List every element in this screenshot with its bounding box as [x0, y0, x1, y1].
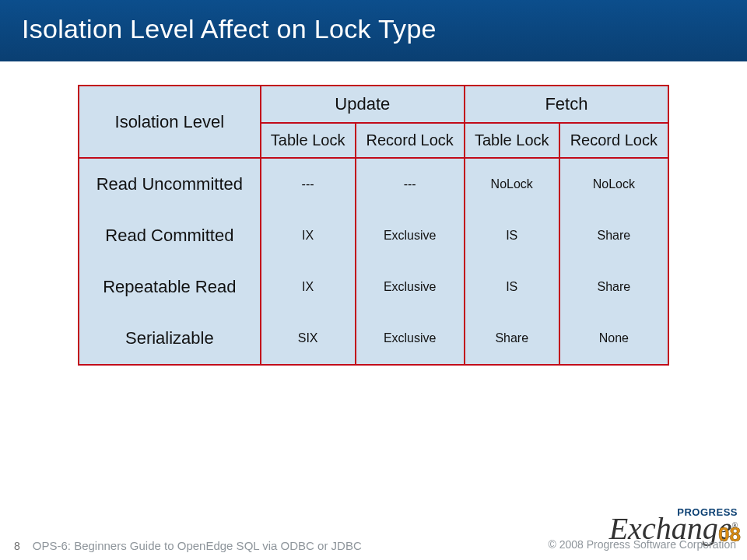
colgroup-fetch: Fetch: [465, 86, 668, 123]
page-number: 8: [14, 540, 20, 552]
colgroup-update: Update: [261, 86, 465, 123]
table-head: Isolation Level Update Fetch Table Lock …: [79, 86, 668, 158]
slide: Isolation Level Affect on Lock Type Isol…: [0, 0, 747, 560]
cell: Share: [559, 210, 668, 261]
cell: None: [559, 313, 668, 365]
isolation-lock-table: Isolation Level Update Fetch Table Lock …: [78, 85, 669, 366]
row-label: Read Committed: [79, 210, 261, 261]
cell: ---: [356, 158, 465, 210]
cell: Exclusive: [356, 313, 465, 365]
table-row: Serializable SIX Exclusive Share None: [79, 313, 668, 365]
progress-exchange-logo: PROGRESS Exchange® 08: [609, 509, 738, 541]
footer-text: OPS-6: Beginners Guide to OpenEdge SQL v…: [33, 539, 362, 552]
cell: Share: [559, 261, 668, 313]
col-fetch-table-lock: Table Lock: [465, 123, 559, 158]
row-label: Read Uncommitted: [79, 158, 261, 210]
cell: IX: [261, 261, 356, 313]
cell: IX: [261, 210, 356, 261]
slide-title: Isolation Level Affect on Lock Type: [22, 14, 437, 44]
footer: 8 OPS-6: Beginners Guide to OpenEdge SQL…: [0, 539, 747, 555]
cell: SIX: [261, 313, 356, 365]
copyright: © 2008 Progress Software Corporation: [549, 538, 736, 551]
title-bar: Isolation Level Affect on Lock Type: [0, 0, 747, 61]
table-body: Read Uncommitted --- --- NoLock NoLock R…: [79, 158, 668, 365]
table-header-row-1: Isolation Level Update Fetch: [79, 86, 668, 123]
cell: IS: [465, 210, 559, 261]
row-label: Repeatable Read: [79, 261, 261, 313]
col-update-table-lock: Table Lock: [261, 123, 356, 158]
cell: Share: [465, 313, 559, 365]
table-row: Repeatable Read IX Exclusive IS Share: [79, 261, 668, 313]
row-label: Serializable: [79, 313, 261, 365]
content-area: Isolation Level Update Fetch Table Lock …: [0, 61, 747, 366]
cell: Exclusive: [356, 210, 465, 261]
col-fetch-record-lock: Record Lock: [559, 123, 668, 158]
col-isolation-level: Isolation Level: [79, 86, 261, 158]
table-row: Read Uncommitted --- --- NoLock NoLock: [79, 158, 668, 210]
cell: IS: [465, 261, 559, 313]
cell: NoLock: [465, 158, 559, 210]
table-row: Read Committed IX Exclusive IS Share: [79, 210, 668, 261]
cell: Exclusive: [356, 261, 465, 313]
cell: ---: [261, 158, 356, 210]
cell: NoLock: [559, 158, 668, 210]
col-update-record-lock: Record Lock: [356, 123, 465, 158]
